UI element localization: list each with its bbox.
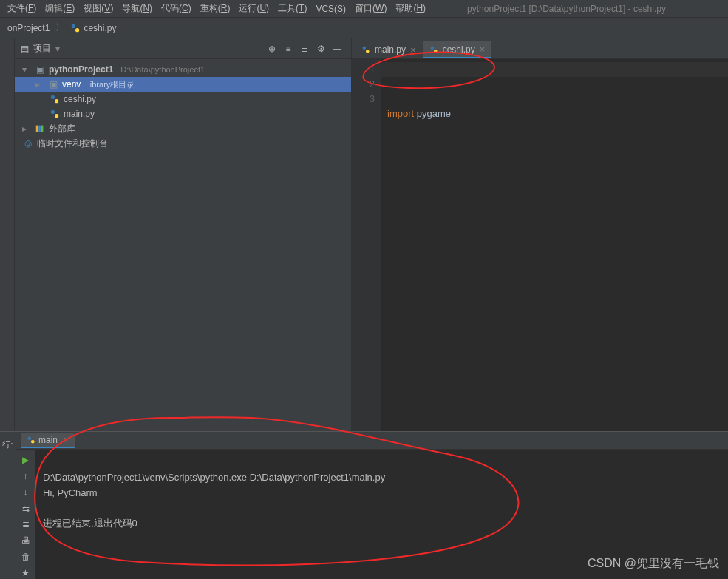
down-icon[interactable]: ↓ [18,487,33,498]
delete-icon[interactable]: 🗑 [18,551,33,563]
expand-arrow-icon[interactable]: ▸ [35,79,44,89]
tree-venv-label: venv [62,79,81,89]
expand-all-icon[interactable]: ≡ [280,41,296,57]
python-file-icon [70,23,81,33]
menu-window[interactable]: 窗口(W) [350,1,391,16]
tree-file-main[interactable]: main.py [15,106,351,121]
tree-root-label: pythonProject1 [49,64,113,75]
menu-refactor[interactable]: 重构(R) [196,1,235,16]
code-content[interactable]: import pygame [381,59,728,431]
python-file-icon [361,45,370,54]
rerun-icon[interactable]: ▶ [18,454,33,466]
menu-run[interactable]: 运行(U) [234,1,273,16]
locate-icon[interactable]: ⊕ [264,41,280,57]
library-icon [34,123,46,135]
run-content: main × ▶ ↑ ↓ ⇆ ≣ 🖶 🗑 ★ D:\Data\pythonPro… [16,432,728,579]
dropdown-icon[interactable]: ▾ [55,44,60,54]
line-number: 2 [352,77,375,92]
svg-rect-8 [41,126,44,132]
svg-point-13 [28,436,32,440]
line-gutter: 1 2 3 [352,59,381,431]
output-line: 进程已结束,退出代码0 [43,518,137,529]
code-editor[interactable]: 1 2 3 import pygame [352,59,728,431]
main-area: ▤ 项目 ▾ ⊕ ≡ ≣ ⚙ — ▾ ▣ pythonProject1 D:\D… [0,38,728,431]
python-file-icon [49,93,61,105]
menu-help[interactable]: 帮助(H) [391,1,430,16]
menu-file[interactable]: 文件(F) [3,1,41,16]
stop-icon[interactable]: ↑ [18,470,33,482]
svg-point-9 [363,47,367,50]
close-icon[interactable]: × [64,435,69,445]
svg-point-11 [430,46,434,50]
menu-view[interactable]: 视图(V) [79,1,118,16]
run-toolbar: ▶ ↑ ↓ ⇆ ≣ 🖶 🗑 ★ [16,450,35,579]
print-icon[interactable]: 🖶 [18,535,33,546]
tree-venv-hint: library根目录 [88,79,135,90]
breadcrumb: onProject1 〉 ceshi.py [0,18,728,38]
folder-icon: ▣ [34,64,46,75]
expand-arrow-icon[interactable]: ▸ [22,123,31,134]
soft-wrap-icon[interactable]: ⇆ [18,503,33,515]
run-header: main × [16,432,728,450]
run-output[interactable]: D:\Data\pythonProject1\venv\Scripts\pyth… [35,450,728,579]
python-run-icon [27,436,35,444]
project-panel-title[interactable]: ▤ 项目 ▾ [21,42,60,55]
menu-vcs[interactable]: VCS(S) [311,2,350,16]
project-panel: ▤ 项目 ▾ ⊕ ≡ ≣ ⚙ — ▾ ▣ pythonProject1 D:\D… [15,38,352,431]
tab-label: main.py [375,44,406,55]
tree-venv[interactable]: ▸ ▣ venv library根目录 [15,77,351,92]
menu-edit[interactable]: 编辑(E) [41,1,79,16]
tree-external-libs[interactable]: ▸ 外部库 [15,121,351,136]
svg-point-1 [75,28,79,32]
svg-point-2 [51,95,55,99]
editor-area: main.py × ceshi.py × 1 2 3 import pygame [352,38,728,431]
svg-point-5 [55,114,58,118]
left-tool-stripe[interactable] [0,38,15,431]
more-icon[interactable]: ★ [18,567,33,579]
project-tree[interactable]: ▾ ▣ pythonProject1 D:\Data\pythonProject… [15,59,351,431]
menu-navigate[interactable]: 导航(N) [118,1,157,16]
hide-icon[interactable]: — [329,41,345,57]
menubar: 文件(F) 编辑(E) 视图(V) 导航(N) 代码(C) 重构(R) 运行(U… [0,0,728,18]
svg-point-12 [434,50,438,53]
svg-point-0 [72,24,75,27]
tree-project-root[interactable]: ▾ ▣ pythonProject1 D:\Data\pythonProject… [15,62,351,77]
close-icon[interactable]: × [410,44,416,55]
expand-arrow-icon[interactable]: ▾ [22,64,31,75]
svg-rect-7 [38,126,41,132]
crumb-file[interactable]: ceshi.py [67,23,119,33]
editor-tab-main[interactable]: main.py × [355,41,423,58]
tree-file-label: ceshi.py [64,94,96,104]
svg-point-3 [55,99,58,103]
current-line-highlight [381,62,728,77]
run-tab-label: main [38,435,58,445]
svg-point-14 [31,440,35,444]
tree-scratches[interactable]: ◎ 临时文件和控制台 [15,136,351,151]
line-number: 1 [352,62,375,77]
settings-icon[interactable]: ⚙ [313,41,329,57]
tree-file-ceshi[interactable]: ceshi.py [15,92,351,106]
close-icon[interactable]: × [480,44,486,55]
svg-point-10 [366,50,370,53]
line-number: 3 [352,92,375,106]
svg-rect-6 [36,126,38,132]
output-line: D:\Data\pythonProject1\venv\Scripts\pyth… [43,472,385,483]
code-text: pygame [414,108,451,119]
output-line: Hi, PyCharm [43,487,98,498]
svg-point-4 [51,110,55,114]
tree-scratch-label: 临时文件和控制台 [37,138,108,150]
code-keyword: import [387,108,414,119]
tree-root-path: D:\Data\pythonProject1 [120,65,205,74]
editor-tab-ceshi[interactable]: ceshi.py × [423,41,492,58]
run-tab-main[interactable]: main × [21,433,75,448]
crumb-project[interactable]: onProject1 [4,23,52,33]
menu-tools[interactable]: 工具(T) [273,1,311,16]
run-panel-label[interactable]: 行: [0,432,16,579]
tab-label: ceshi.py [443,44,475,55]
project-panel-header: ▤ 项目 ▾ ⊕ ≡ ≣ ⚙ — [15,38,351,59]
crumb-file-label: ceshi.py [84,23,116,33]
scroll-end-icon[interactable]: ≣ [18,519,33,531]
collapse-all-icon[interactable]: ≣ [296,41,313,57]
menu-code[interactable]: 代码(C) [157,1,196,16]
run-panel: 行: main × ▶ ↑ ↓ ⇆ ≣ 🖶 🗑 ★ D:\Data\python… [0,431,728,579]
